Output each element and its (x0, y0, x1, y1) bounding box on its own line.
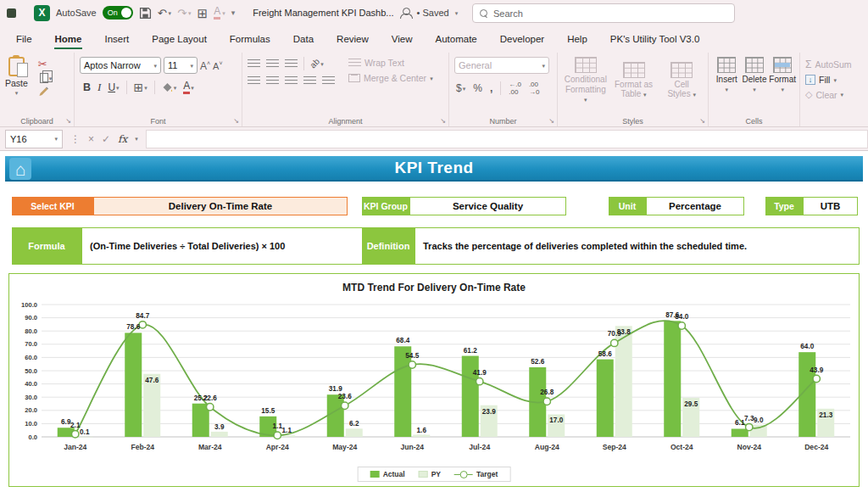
label-actual: 78.6 (126, 323, 140, 331)
insert-cells-button[interactable]: Insert▾ (714, 57, 740, 92)
search-input[interactable]: Search (472, 3, 735, 23)
increase-decimal-icon[interactable]: ←.0.00 (509, 81, 521, 96)
y-tick-label: 0.0 (28, 433, 37, 441)
tab-review[interactable]: Review (336, 29, 370, 49)
text-color-icon[interactable]: A (183, 81, 190, 94)
align-left-icon[interactable] (248, 76, 260, 86)
document-title[interactable]: Freight Management KPI Dashb... (253, 8, 393, 18)
number-group-label: Number (449, 117, 557, 126)
bar-py (76, 437, 93, 438)
cut-icon[interactable]: ✂ (38, 59, 47, 70)
save-icon[interactable] (139, 7, 152, 20)
decrease-font-icon[interactable]: A˅ (213, 60, 222, 71)
fill-button[interactable]: ↓Fill▾ (805, 75, 865, 85)
legend-target[interactable]: Target (454, 470, 498, 478)
orientation-icon[interactable]: ab (309, 58, 321, 70)
borders-grid-icon[interactable]: ⊞ (198, 7, 209, 20)
font-color-icon: A (214, 6, 220, 20)
increase-indent-icon[interactable] (322, 76, 335, 86)
tab-automate[interactable]: Automate (435, 29, 478, 49)
autosave-toggle[interactable]: On (103, 6, 133, 20)
clipboard-group-label: Clipboard (0, 117, 74, 126)
name-box[interactable]: Y16▾ (5, 130, 63, 148)
formula-input[interactable] (146, 130, 868, 148)
formula-chevron-icon[interactable]: ▾ (135, 136, 138, 142)
font-size-select[interactable]: 11▾ (164, 57, 198, 74)
align-right-icon[interactable] (285, 76, 298, 86)
tab-pk-utility[interactable]: PK's Utility Tool V3.0 (609, 29, 701, 49)
number-dialog-launcher-icon[interactable]: ↘ (548, 117, 554, 125)
align-bottom-icon[interactable] (285, 59, 298, 69)
tab-home[interactable]: Home (54, 29, 83, 49)
bold-button[interactable]: B (83, 81, 91, 93)
format-cells-button[interactable]: Format▾ (769, 57, 796, 92)
format-painter-icon[interactable] (38, 87, 49, 97)
borders-icon[interactable]: ⊞ (134, 81, 144, 93)
sigma-icon: Σ (805, 59, 811, 70)
increase-font-icon[interactable]: A˄ (200, 60, 210, 71)
percent-icon[interactable]: % (473, 82, 482, 94)
home-icon[interactable]: ⌂ (9, 158, 31, 180)
label-actual: 68.4 (396, 337, 409, 344)
clipboard-dialog-launcher-icon[interactable]: ↘ (65, 117, 71, 125)
target-marker (543, 398, 550, 405)
legend-actual[interactable]: Actual (370, 470, 405, 478)
definition-value: Tracks the percentage of deliveries comp… (415, 227, 860, 265)
copy-icon[interactable] (40, 73, 48, 83)
page-title: KPI Trend (394, 159, 473, 177)
decrease-indent-icon[interactable] (303, 76, 316, 86)
alignment-dialog-launcher-icon[interactable]: ↘ (440, 117, 446, 125)
toggle-knob (121, 8, 131, 18)
label-actual: 61.2 (464, 347, 477, 355)
label-target: 70.9 (608, 330, 621, 338)
fill-color-icon[interactable] (162, 82, 173, 92)
tab-data[interactable]: Data (292, 29, 314, 49)
tab-developer[interactable]: Developer (499, 29, 545, 49)
bar-actual (394, 346, 411, 437)
comma-style-icon[interactable]: , (490, 82, 492, 94)
label-target: 1.1 (273, 422, 283, 430)
undo-icon[interactable]: ↶ (158, 8, 167, 19)
paste-chevron-icon[interactable]: ▾ (15, 90, 19, 96)
tab-help[interactable]: Help (566, 29, 588, 49)
tab-page-layout[interactable]: Page Layout (151, 29, 208, 49)
kpi-group-label: KPI Group (362, 197, 409, 215)
tab-formulas[interactable]: Formulas (229, 29, 271, 49)
tab-file[interactable]: File (15, 29, 33, 49)
x-tick-label: Oct-24 (670, 443, 693, 451)
font-dialog-launcher-icon[interactable]: ↘ (233, 117, 239, 125)
delete-cells-button[interactable]: Delete▾ (742, 57, 768, 92)
more-options-icon[interactable]: ⋮ (70, 133, 81, 145)
merge-center-button: Merge & Center ▾ (348, 73, 433, 83)
tab-view[interactable]: View (391, 29, 414, 49)
x-tick-label: Dec-24 (804, 443, 828, 451)
formula-label: Formula (12, 227, 81, 265)
saved-chevron-icon[interactable]: ▾ (455, 10, 459, 16)
paste-button[interactable]: Paste ▾ (5, 57, 28, 96)
x-tick-label: Jan-24 (64, 443, 86, 451)
y-tick-label: 70.0 (25, 340, 37, 348)
underline-button[interactable]: U (108, 81, 115, 93)
styles-dialog-launcher-icon[interactable]: ↘ (699, 117, 705, 125)
currency-icon[interactable]: $ (456, 82, 462, 94)
kpi-group-value: Service Quality (409, 197, 566, 215)
align-center-icon[interactable] (266, 76, 279, 86)
font-name-select[interactable]: Aptos Narrow▾ (80, 57, 161, 74)
align-top-icon[interactable] (248, 59, 260, 69)
tab-insert[interactable]: Insert (103, 29, 130, 49)
wrap-text-icon (348, 59, 361, 68)
select-kpi-value[interactable]: Delivery On-Time Rate (93, 197, 348, 215)
customize-toolbar-icon[interactable]: ▾ (231, 9, 236, 17)
legend-py[interactable]: PY (419, 470, 441, 478)
decrease-decimal-icon[interactable]: .00→0 (529, 81, 539, 96)
wrap-text-button: Wrap Text (348, 58, 433, 68)
align-middle-icon[interactable] (266, 59, 279, 69)
clipboard-group: Paste ▾ ✂ ▾ Clipboard ↘ (0, 53, 75, 126)
insert-function-icon[interactable]: fx (118, 133, 127, 145)
clear-button: ◇Clear▾ (805, 89, 865, 100)
undo-chevron-icon[interactable]: ▾ (169, 10, 172, 16)
label-target: 84.0 (675, 313, 688, 321)
type-label: Type (765, 197, 803, 215)
italic-button[interactable]: I (97, 81, 101, 94)
label-target: 2.1 (70, 422, 81, 429)
